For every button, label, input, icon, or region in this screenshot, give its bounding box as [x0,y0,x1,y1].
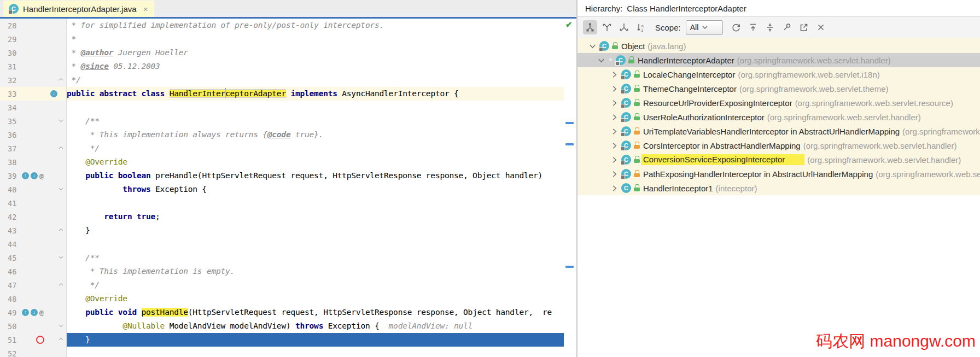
gutter-line-33[interactable]: 33↓ [0,87,67,101]
annotation-icon[interactable]: @ [39,308,44,317]
code-line-41[interactable]: 41 [0,196,564,210]
code-text[interactable]: public boolean preHandle(HttpServletRequ… [67,169,564,183]
chevron-right-icon[interactable] [610,170,619,178]
chevron-right-icon[interactable] [610,127,619,136]
code-line-30[interactable]: 30 * @author Juergen Hoeller [0,46,564,60]
code-line-35[interactable]: 35 /** [0,114,564,128]
code-text[interactable]: * @since 05.12.2003 [67,60,564,73]
code-line-42[interactable]: 42 return true; [0,210,564,224]
tree-row-Object[interactable]: CObject(java.lang) [578,39,980,53]
code-text[interactable]: public abstract class HandlerInterceptor… [67,87,564,101]
gutter-line-41[interactable]: 41 [0,196,67,210]
tree-row-ResourceUrlProviderExposingInterceptor[interactable]: CResourceUrlProviderExposingInterceptor(… [578,96,980,110]
chevron-down-icon[interactable] [597,56,605,65]
changed-lines-mark[interactable] [565,143,574,145]
code-line-32[interactable]: 32 */ [0,73,564,87]
code-line-33[interactable]: 33↓public abstract class HandlerIntercep… [0,87,564,101]
collapse-all-icon[interactable] [763,20,777,34]
editor-scroll-stripe[interactable]: ✔ [564,19,576,357]
red-circle-icon[interactable] [36,336,44,344]
tree-row-ConversionServiceExposingInterceptor[interactable]: CConversionServiceExposingInterceptor(or… [578,153,980,167]
gutter-line-32[interactable]: 32 [0,73,67,87]
gutter-line-30[interactable]: 30 [0,46,67,60]
code-line-51[interactable]: 51 } [0,333,564,347]
expand-icon[interactable] [746,20,760,34]
code-text[interactable]: * for simplified implementation of pre-o… [67,19,564,32]
code-line-50[interactable]: 50 @Nullable ModelAndView modelAndView) … [0,319,564,333]
code-line-45[interactable]: 45 /** [0,251,564,265]
code-text[interactable] [67,196,564,210]
code-text[interactable]: * [67,32,564,46]
code-line-39[interactable]: 39↑↓@ public boolean preHandle(HttpServl… [0,169,564,183]
gutter-line-37[interactable]: 37 [0,142,67,155]
refresh-icon[interactable] [729,20,743,34]
chevron-right-icon[interactable] [610,184,619,192]
changed-lines-mark[interactable] [565,122,574,124]
code-text[interactable] [67,237,564,251]
code-line-52[interactable]: 52 [0,347,564,357]
pin-icon[interactable] [780,20,794,34]
is-overridden-icon[interactable]: ↓ [31,309,38,316]
class-hierarchy-icon[interactable] [583,20,597,34]
code-text[interactable] [67,101,564,114]
gutter-line-39[interactable]: 39↑↓@ [0,169,67,183]
chevron-down-icon[interactable] [588,42,597,50]
changed-lines-mark[interactable] [565,266,574,268]
fold-marker-icon[interactable] [58,186,65,192]
code-text[interactable] [67,347,564,357]
fold-marker-icon[interactable] [58,336,65,343]
gutter-line-45[interactable]: 45 [0,251,67,265]
code-line-43[interactable]: 43 } [0,224,564,237]
tree-row-CorsInterceptor[interactable]: CCorsInterceptor in AbstractHandlerMappi… [578,138,980,153]
gutter-line-46[interactable]: 46 [0,265,67,278]
code-text[interactable]: * @author Juergen Hoeller [67,46,564,60]
code-text[interactable]: * This implementation is empty. [67,265,564,278]
code-text[interactable]: */ [67,142,564,155]
code-text[interactable]: /** [67,251,564,265]
gutter-line-42[interactable]: 42 [0,210,67,224]
sort-alphabetically-icon[interactable]: az [634,20,648,34]
scope-dropdown[interactable]: All [686,20,723,35]
fold-marker-icon[interactable] [58,282,65,288]
fold-marker-icon[interactable] [58,77,65,83]
gutter-line-50[interactable]: 50 [0,319,67,333]
fold-marker-icon[interactable] [58,227,65,233]
tree-row-UserRoleAuthorizationInterceptor[interactable]: CUserRoleAuthorizationInterceptor(org.sp… [578,110,980,124]
code-text[interactable]: return true; [67,210,564,224]
fold-marker-icon[interactable] [58,323,65,329]
gutter-line-40[interactable]: 40 [0,183,67,196]
code-line-44[interactable]: 44 [0,237,564,251]
supertypes-hierarchy-icon[interactable] [600,20,614,34]
gutter-line-49[interactable]: 49↑↓@ [0,306,67,319]
editor-tab[interactable]: C HandlerInterceptorAdapter.java × [3,1,154,17]
code-text[interactable]: public void postHandle(HttpServletReques… [67,306,564,319]
fold-marker-icon[interactable] [58,145,65,151]
gutter-line-29[interactable]: 29 [0,32,67,46]
gutter-line-44[interactable]: 44 [0,237,67,251]
code-text[interactable]: } [67,333,564,347]
code-text[interactable]: } [67,224,564,237]
gutter-line-51[interactable]: 51 [0,333,67,347]
gutter-line-31[interactable]: 31 [0,60,67,73]
gutter-line-52[interactable]: 52 [0,347,67,357]
fold-marker-icon[interactable] [58,254,65,261]
subtypes-hierarchy-icon[interactable] [617,20,631,34]
code-text[interactable]: @Override [67,292,564,306]
close-icon[interactable]: × [143,5,148,13]
code-line-34[interactable]: 34 [0,101,564,114]
code-text[interactable]: */ [67,278,564,292]
fold-marker-icon[interactable] [58,118,65,124]
code-line-46[interactable]: 46 * This implementation is empty. [0,265,564,278]
code-line-49[interactable]: 49↑↓@ public void postHandle(HttpServlet… [0,306,564,319]
code-line-31[interactable]: 31 * @since 05.12.2003 [0,60,564,73]
code-line-40[interactable]: 40 throws Exception { [0,183,564,196]
code-line-29[interactable]: 29 * [0,32,564,46]
gutter-line-36[interactable]: 36 [0,128,67,142]
code-line-47[interactable]: 47 */ [0,278,564,292]
overrides-method-icon[interactable]: ↑ [22,309,29,316]
code-text[interactable]: * This implementation always returns {@c… [67,128,564,142]
gutter-line-38[interactable]: 38 [0,155,67,169]
tree-row-UriTemplateVariablesHandlerInterceptor[interactable]: CUriTemplateVariablesHandlerInterceptor … [578,124,980,138]
is-overridden-icon[interactable]: ↓ [50,90,57,97]
tree-row-LocaleChangeInterceptor[interactable]: CLocaleChangeInterceptor(org.springframe… [578,67,980,81]
